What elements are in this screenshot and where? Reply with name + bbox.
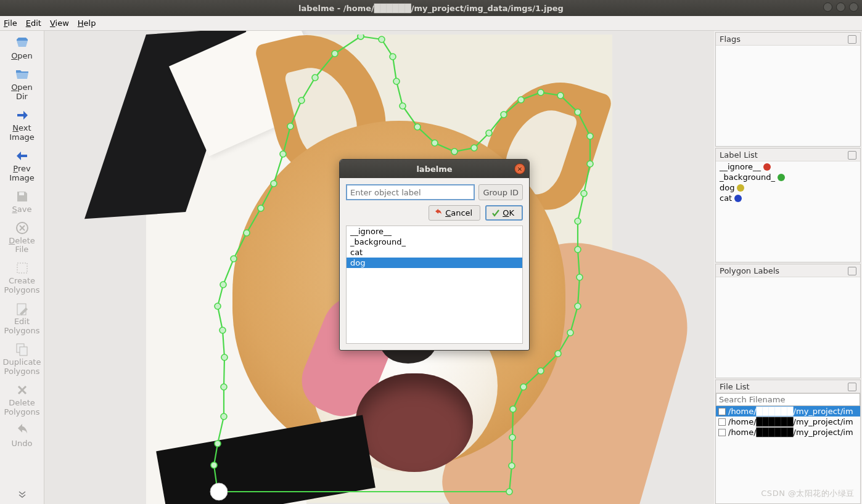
dialog-titlebar[interactable]: labelme ✕ (340, 160, 529, 178)
svg-point-47 (451, 148, 458, 155)
svg-point-25 (506, 489, 512, 495)
svg-point-38 (587, 161, 593, 167)
flags-panel-header[interactable]: Flags (716, 33, 860, 45)
svg-point-34 (577, 274, 583, 280)
file-list-header[interactable]: File List (716, 380, 860, 392)
svg-point-10 (287, 123, 293, 129)
close-window-button[interactable] (849, 2, 858, 12)
svg-point-55 (210, 483, 228, 500)
label-option[interactable]: _background_ (347, 237, 522, 247)
label-list-item[interactable]: __ignore__ (716, 161, 860, 172)
svg-point-23 (211, 462, 217, 468)
delete-file-button: DeleteFile (1, 218, 43, 259)
label-list-item[interactable]: _background_ (716, 172, 860, 182)
svg-point-45 (486, 130, 492, 136)
label-options-list[interactable]: __ignore___background_catdog (346, 226, 523, 344)
svg-point-40 (575, 109, 581, 115)
svg-point-51 (393, 78, 400, 84)
label-list-header[interactable]: Label List (716, 148, 860, 161)
duplicate-polygons-button: DuplicatePolygons (1, 339, 43, 380)
open-dir-button[interactable]: OpenDir (1, 65, 43, 105)
svg-point-11 (280, 151, 286, 157)
toolbar-overflow-icon[interactable] (18, 490, 27, 500)
svg-point-50 (400, 103, 406, 109)
svg-point-18 (220, 327, 226, 333)
svg-point-48 (432, 140, 438, 146)
label-list-item[interactable]: cat (716, 193, 860, 203)
polygon-labels-header[interactable]: Polygon Labels (716, 264, 860, 277)
next-image-button[interactable]: NextImage (1, 105, 43, 146)
svg-point-15 (231, 256, 237, 262)
file-list-item[interactable]: /home/██████/my_project/im (716, 427, 860, 437)
svg-point-9 (298, 97, 305, 104)
save-button: Save (1, 187, 43, 218)
svg-point-28 (510, 406, 516, 412)
svg-point-49 (414, 124, 421, 130)
polygon-labels-panel: Polygon Labels (715, 264, 861, 378)
label-option[interactable]: __ignore__ (347, 226, 522, 237)
svg-point-37 (581, 190, 587, 197)
svg-point-27 (509, 434, 515, 441)
label-dialog: labelme ✕ Group ID Cancel OK __ignore___… (339, 159, 530, 351)
svg-point-16 (220, 282, 226, 288)
svg-point-35 (575, 246, 581, 253)
svg-point-8 (312, 75, 318, 81)
svg-point-53 (379, 36, 385, 43)
svg-point-19 (221, 354, 228, 360)
menu-file[interactable]: File (4, 18, 17, 28)
flags-panel: Flags (715, 32, 861, 147)
file-search-input[interactable] (716, 393, 860, 406)
undo-arrow-icon (434, 209, 443, 217)
menubar: File Edit View Help (0, 16, 862, 31)
svg-point-36 (575, 218, 581, 224)
svg-point-26 (509, 463, 515, 469)
label-option[interactable]: cat (347, 247, 522, 258)
delete-polygons-button: DeletePolygons (1, 380, 43, 421)
svg-point-39 (587, 133, 593, 139)
svg-point-41 (557, 92, 564, 99)
svg-point-29 (520, 384, 527, 390)
label-list-panel: Label List __ignore___background_dogcat (715, 148, 861, 262)
svg-point-32 (567, 330, 573, 336)
window-titlebar: labelme - /home/██████/my_project/img_da… (0, 0, 862, 16)
svg-point-44 (501, 112, 507, 118)
edit-polygons-button: EditPolygons (1, 299, 43, 339)
svg-point-46 (471, 145, 477, 151)
file-list-item[interactable]: /home/██████/my_project/im (716, 406, 860, 417)
svg-point-42 (538, 89, 544, 96)
svg-point-33 (575, 303, 581, 309)
group-id-button[interactable]: Group ID (478, 184, 523, 200)
svg-point-20 (221, 384, 227, 390)
svg-point-31 (555, 351, 561, 357)
svg-rect-5 (20, 347, 27, 356)
prev-image-button[interactable]: PrevImage (1, 146, 43, 187)
svg-point-12 (271, 181, 277, 187)
cancel-button[interactable]: Cancel (429, 205, 480, 221)
file-list-panel: File List /home/██████/my_project/im/hom… (715, 380, 861, 504)
dialog-title: labelme (416, 165, 452, 174)
file-list-item[interactable]: /home/██████/my_project/im (716, 417, 860, 427)
label-list-item[interactable]: dog (716, 182, 860, 193)
svg-point-54 (358, 35, 364, 39)
maximize-button[interactable] (836, 2, 845, 12)
checkbox-icon[interactable] (718, 429, 726, 436)
menu-view[interactable]: View (50, 18, 69, 28)
ok-button[interactable]: OK (485, 205, 523, 221)
open-button[interactable]: Open (1, 33, 43, 65)
checkbox-icon[interactable] (718, 408, 726, 415)
label-input[interactable] (346, 184, 475, 200)
svg-point-52 (390, 54, 396, 60)
check-icon (491, 209, 500, 217)
minimize-button[interactable] (823, 2, 832, 12)
right-sidebar: Flags Label List __ignore___background_d… (714, 31, 862, 504)
label-option[interactable]: dog (347, 258, 522, 268)
checkbox-icon[interactable] (718, 418, 726, 426)
svg-rect-0 (19, 192, 24, 195)
window-title: labelme - /home/██████/my_project/img_da… (298, 4, 564, 13)
menu-help[interactable]: Help (78, 18, 96, 28)
svg-point-17 (215, 303, 221, 309)
close-icon[interactable]: ✕ (514, 163, 525, 174)
svg-point-22 (215, 441, 221, 447)
menu-edit[interactable]: Edit (26, 18, 41, 28)
toolbar: Open OpenDir NextImage PrevImage Save De… (0, 31, 44, 504)
